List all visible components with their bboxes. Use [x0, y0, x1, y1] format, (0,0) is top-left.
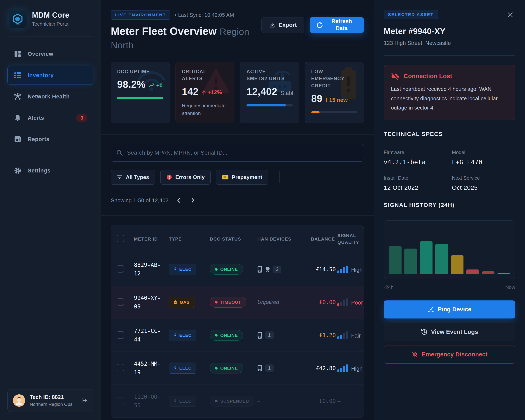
row-checkbox[interactable]	[117, 331, 124, 339]
row-checkbox[interactable]	[117, 397, 124, 404]
row-checkbox[interactable]	[117, 364, 124, 371]
close-icon	[506, 11, 514, 19]
spec-install-date: Install Date 12 Oct 2022	[384, 175, 447, 191]
status-dot	[215, 400, 218, 402]
export-button[interactable]: Export	[262, 17, 304, 33]
signal-history-bars	[389, 226, 510, 274]
close-panel-button[interactable]	[505, 10, 515, 20]
ping-icon	[427, 306, 434, 313]
filter-prepayment[interactable]: Prepayment	[216, 170, 268, 185]
spec-firmware: Firmware v4.2.1-beta	[384, 149, 447, 166]
gas-meter-icon	[173, 300, 177, 305]
type-badge-elec: ELEC	[169, 363, 196, 374]
app-subtitle: Technician Portal	[32, 21, 70, 27]
table-row[interactable]: 4452-MM-19 ELEC ONLINE 1 £42.80 High	[111, 352, 364, 385]
han-devices-unpaired: Unpaired	[257, 299, 279, 305]
logout-button[interactable]	[80, 397, 88, 404]
ping-device-button[interactable]: Ping Device	[384, 300, 515, 318]
stat-delta: Stable	[281, 90, 293, 96]
filter-errors-only[interactable]: Errors Only	[160, 170, 211, 185]
next-page-button[interactable]	[189, 196, 197, 205]
column-header[interactable]: DCC STATUS	[210, 236, 257, 243]
sidebar-item-inventory[interactable]: Inventory	[7, 66, 93, 85]
panel-divider	[384, 55, 515, 56]
app-logo	[9, 10, 27, 28]
column-header[interactable]: SIGNAL QUALITY	[337, 232, 364, 246]
exclaim-icon: !	[326, 97, 328, 103]
signal-quality: High	[337, 266, 364, 273]
stat-label: CRITICAL ALERTS	[182, 68, 223, 82]
refresh-data-button[interactable]: Refresh Data	[310, 17, 364, 33]
chart-bar	[420, 241, 432, 274]
gear-icon	[13, 166, 22, 175]
table-row[interactable]: 7721-CC-44 ELEC ONLINE 1 £1.20 Fair	[111, 319, 364, 352]
column-header[interactable]: HAN DEVICES	[257, 236, 300, 243]
ihd-phone-icon	[257, 365, 262, 372]
table-row-disabled[interactable]: 1120-QQ-55 ELEC SUSPENDED – £0.00 –	[111, 385, 364, 418]
uptime-progress	[117, 97, 163, 99]
emergency-disconnect-button[interactable]: Emergency Disconnect	[384, 345, 515, 364]
sidebar-item-reports[interactable]: Reports	[7, 130, 93, 149]
signal-history-heading: SIGNAL HISTORY (24H)	[384, 202, 515, 208]
chart-axis-start: -24h	[384, 284, 394, 290]
status-dot	[215, 367, 218, 370]
alerts-count-badge: 3	[76, 114, 87, 122]
showing-count: Showing 1-50 of 12,402	[111, 197, 168, 204]
sidebar-item-alerts[interactable]: Alerts 3	[7, 109, 93, 127]
asset-address: 123 High Street, Newcastle	[384, 40, 515, 46]
view-event-logs-button[interactable]: View Event Logs	[384, 323, 515, 341]
stats-row: DCC UPTIME 98.2% +0.5% CRITICAL ALERTS 1…	[101, 61, 374, 135]
asset-title: Meter #9940-XY	[384, 27, 515, 36]
column-header[interactable]: METER ID	[134, 236, 169, 243]
tech-id: Tech ID: 8821	[30, 394, 72, 400]
signal-bars-icon	[337, 266, 348, 273]
chevron-right-icon	[190, 197, 196, 204]
chart-axis-end: Now	[505, 284, 515, 290]
column-header[interactable]: BALANCE	[300, 236, 337, 243]
page-title: Meter Fleet Overview Region North	[111, 25, 262, 52]
specs-grid: Firmware v4.2.1-beta Model L+G E470 Inst…	[384, 149, 515, 191]
sidebar-item-overview[interactable]: Overview	[7, 45, 93, 63]
prev-page-button[interactable]	[174, 196, 183, 205]
table-row[interactable]: 8829-AB-12 ELEC ONLINE 2 £14.50 High	[111, 253, 364, 286]
chart-bar	[451, 255, 464, 274]
search-input[interactable]	[111, 144, 364, 162]
meter-id: 8829-AB-12	[134, 261, 169, 278]
technical-specs-heading: TECHNICAL SPECS	[384, 131, 515, 137]
row-checkbox[interactable]	[117, 265, 124, 272]
filter-all-types[interactable]: All Types	[111, 170, 155, 185]
signal-quality: Fair	[337, 331, 364, 339]
stat-label: ACTIVE SMETS2 UNITS	[246, 68, 288, 82]
stat-delta: +0.5%	[149, 83, 163, 89]
trend-up-icon	[149, 83, 155, 88]
sidebar-item-settings[interactable]: Settings	[7, 161, 93, 180]
balance: £14.50	[300, 266, 337, 272]
balance: £42.80	[300, 365, 337, 371]
sidebar: MDM Core Technician Portal Overview Inve…	[0, 0, 101, 420]
nav-divider	[8, 156, 93, 156]
meter-id: 7721-CC-44	[134, 327, 169, 344]
chart-bar	[466, 270, 479, 274]
table-row-selected[interactable]: 9940-XY-09 GAS TIMEOUT Unpaired £0.00 Po…	[111, 286, 364, 319]
selected-asset-badge: SELECTED ASSET	[384, 10, 438, 19]
signal-bars-icon	[337, 299, 348, 306]
bolt-icon	[173, 333, 177, 337]
status-pill-online: ONLINE	[210, 264, 243, 275]
column-header[interactable]: TYPE	[169, 236, 210, 243]
list-icon	[13, 71, 22, 80]
stat-value: 89	[311, 93, 322, 104]
ihd-phone-icon	[257, 266, 262, 273]
select-all-checkbox[interactable]	[117, 235, 124, 242]
units-progress	[246, 104, 293, 106]
stat-note: Requires immediate attention	[182, 102, 228, 118]
type-badge-gas: GAS	[169, 297, 194, 308]
sidebar-item-label: Inventory	[28, 72, 54, 79]
chart-bar	[404, 249, 417, 274]
stat-card-active-units: ACTIVE SMETS2 UNITS 12,402 Stable	[240, 62, 299, 123]
row-checkbox[interactable]	[117, 298, 124, 306]
stat-delta: +12%	[202, 89, 222, 96]
sidebar-item-network-health[interactable]: Network Health	[7, 87, 93, 106]
bar-chart-icon	[13, 135, 22, 144]
table-header-row: METER ID TYPE DCC STATUS HAN DEVICES BAL…	[111, 225, 364, 253]
chips-divider	[279, 171, 280, 183]
